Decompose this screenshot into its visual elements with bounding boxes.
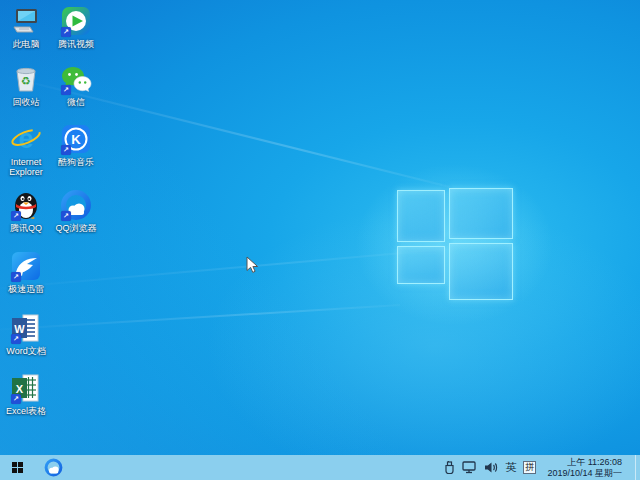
kugou-music-icon: K ↗ [60,123,92,155]
desktop-wallpaper[interactable]: 此电脑 ♻ 回收站 e Internet Explorer [0,0,640,480]
language-indicator[interactable]: 英 [505,455,516,480]
desktop-icon-label: 回收站 [3,97,49,107]
shortcut-arrow-icon: ↗ [61,145,71,155]
shortcut-arrow-icon: ↗ [11,211,21,221]
wallpaper-light-ray [0,304,400,332]
xunlei-bird-icon: ↗ [10,250,42,282]
desktop-icon-wechat[interactable]: ↗ 微信 [53,63,99,107]
desktop-icon-label: Excel表格 [3,406,49,416]
taskbar[interactable]: 英 拼 上午 11:26:08 2019/10/14 星期一 [0,455,640,480]
qq-browser-taskbar-icon [44,458,63,477]
windows-logo-pane [449,188,513,239]
wallpaper-light-ray [0,248,448,292]
shortcut-arrow-icon: ↗ [61,85,71,95]
excel-icon: X ↗ [10,372,42,404]
this-pc-icon [10,5,42,37]
svg-text:♻: ♻ [21,75,31,87]
desktop-icon-excel-sheet[interactable]: X ↗ Excel表格 [3,372,49,416]
recycle-bin-icon: ♻ [10,63,42,95]
desktop-icon-label: 腾讯QQ [3,223,49,233]
start-button[interactable] [4,455,30,480]
shortcut-arrow-icon: ↗ [11,394,21,404]
desktop-icon-label: 腾讯视频 [53,39,99,49]
desktop-icon-label: QQ浏览器 [53,223,99,233]
taskbar-clock[interactable]: 上午 11:26:08 2019/10/14 星期一 [547,457,622,479]
desktop-icon-xunlei-speed[interactable]: ↗ 极速迅雷 [3,250,49,294]
qq-browser-icon: ↗ [60,189,92,221]
shortcut-arrow-icon: ↗ [11,272,21,282]
ime-indicator[interactable]: 拼 [523,461,536,474]
taskbar-item-qq-browser[interactable] [40,455,66,480]
windows-start-icon [12,462,23,473]
tencent-video-icon: ↗ [60,5,92,37]
clock-date: 2019/10/14 星期一 [547,468,622,479]
desktop-icon-label: 此电脑 [3,39,49,49]
desktop-icon-tencent-video[interactable]: ↗ 腾讯视频 [53,5,99,49]
desktop-icon-recycle-bin[interactable]: ♻ 回收站 [3,63,49,107]
internet-explorer-icon: e [10,123,42,155]
desktop-icon-kugou-music[interactable]: K ↗ 酷狗音乐 [53,123,99,167]
svg-text:X: X [16,383,24,395]
windows-logo-pane [449,243,513,300]
shortcut-arrow-icon: ↗ [61,27,71,37]
wechat-icon: ↗ [60,63,92,95]
desktop-icon-label: 极速迅雷 [3,284,49,294]
volume-icon[interactable] [484,461,498,474]
qq-penguin-icon: ↗ [10,189,42,221]
word-icon: W ↗ [10,312,42,344]
desktop-icon-word-doc[interactable]: W ↗ Word文档 [3,312,49,356]
desktop-icon-tencent-qq[interactable]: ↗ 腾讯QQ [3,189,49,233]
shortcut-arrow-icon: ↗ [11,334,21,344]
system-tray: 英 拼 上午 11:26:08 2019/10/14 星期一 [444,455,640,480]
clock-time: 上午 11:26:08 [547,457,622,468]
shortcut-arrow-icon: ↗ [61,211,71,221]
desktop-icon-label: 酷狗音乐 [53,157,99,167]
svg-text:K: K [71,132,81,147]
desktop-icon-internet-explorer[interactable]: e Internet Explorer [3,123,49,177]
safely-remove-hardware-icon[interactable] [444,461,455,475]
show-desktop-button[interactable] [635,455,640,480]
svg-text:e: e [18,124,33,154]
desktop-icon-label: Word文档 [3,346,49,356]
desktop-icon-qq-browser[interactable]: ↗ QQ浏览器 [53,189,99,233]
desktop-icon-label: Internet Explorer [3,157,49,177]
windows-logo-pane [397,246,445,284]
network-icon[interactable] [462,461,477,474]
desktop-icon-this-pc[interactable]: 此电脑 [3,5,49,49]
windows-logo-pane [397,190,445,242]
desktop-icon-label: 微信 [53,97,99,107]
